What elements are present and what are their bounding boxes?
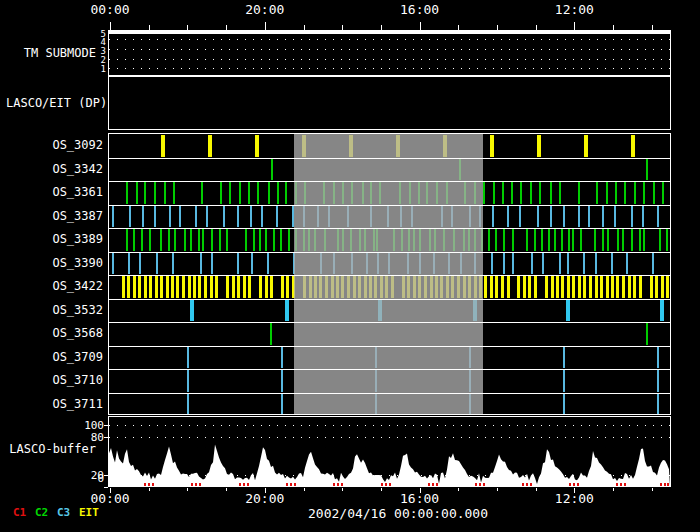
event-tick [270,276,273,298]
os-row-separator [109,322,670,323]
event-tick [128,253,130,275]
event-tick [634,182,636,204]
event-tick [657,347,659,369]
event-tick [188,276,191,298]
event-tick [490,276,493,298]
event-tick [229,182,231,204]
event-tick [511,182,513,204]
highlight-region [294,134,483,414]
event-tick [204,276,207,298]
event-tick [251,253,253,275]
event-tick [556,276,559,298]
event-tick [624,182,626,204]
event-tick [626,253,628,275]
event-tick [133,276,136,298]
event-tick [171,276,174,298]
event-tick [182,276,185,298]
event-tick [534,276,537,298]
event-tick [628,276,631,298]
event-tick [133,229,135,251]
event-tick [503,253,505,275]
event-tick [141,229,143,251]
event-tick [662,182,664,204]
event-tick [156,253,158,275]
event-tick [600,276,603,298]
event-tick [657,370,659,392]
event-tick [144,276,147,298]
event-tick [595,253,597,275]
event-tick [507,276,510,298]
event-tick [502,182,504,204]
event-tick [596,182,598,204]
event-tick [512,229,514,251]
event-tick [259,229,261,251]
os-row-separator [109,393,670,394]
event-tick [631,229,633,251]
event-tick [631,206,633,228]
event-tick [512,253,514,275]
event-tick [539,182,541,204]
event-tick [606,276,609,298]
event-tick [169,206,171,228]
event-tick [484,276,487,298]
event-tick [129,206,131,228]
event-tick [537,206,539,228]
event-tick [126,229,128,251]
event-tick [176,276,179,298]
event-tick [285,182,287,204]
event-tick [273,229,275,251]
event-tick [198,276,201,298]
event-tick [542,253,544,275]
event-tick [248,276,251,298]
event-tick [127,276,130,298]
event-tick [190,300,194,322]
event-tick [144,182,146,204]
event-tick [139,253,141,275]
event-tick [250,206,252,228]
event-tick [503,229,505,251]
event-tick [276,206,278,228]
event-tick [281,394,283,416]
os-row-separator [109,205,670,206]
event-tick [594,229,596,251]
os-row-separator [109,369,670,370]
axis-minor-tick [342,488,343,491]
event-tick [187,370,189,392]
event-tick [215,276,218,298]
event-tick [206,206,208,228]
event-tick [126,182,128,204]
event-tick [554,229,556,251]
event-tick [616,276,619,298]
time-axis-label: 12:00 [552,491,596,506]
axis-minor-tick [536,488,537,491]
event-tick [566,300,570,322]
axis-minor-tick [497,488,498,491]
event-tick [639,229,641,251]
event-tick [220,182,222,204]
axis-major-tick [420,488,421,493]
event-tick [232,276,235,298]
event-tick [617,229,619,251]
event-tick [174,229,176,251]
axis-minor-tick [304,488,305,491]
axis-major-tick [265,488,266,493]
event-tick [237,253,239,275]
event-tick [578,206,580,228]
event-tick [173,182,175,204]
event-tick [164,182,166,204]
event-tick [568,229,570,251]
event-tick [172,253,174,275]
event-tick [211,253,213,275]
event-tick [288,229,290,251]
event-tick [211,229,213,251]
os-row-separator [109,252,670,253]
event-tick [534,229,536,251]
event-tick [149,276,152,298]
event-tick [655,276,658,298]
event-tick [550,182,552,204]
event-tick [202,229,204,251]
event-tick [239,182,241,204]
event-tick [281,347,283,369]
event-tick [187,347,189,369]
legend-item-eit: EIT [79,506,99,519]
